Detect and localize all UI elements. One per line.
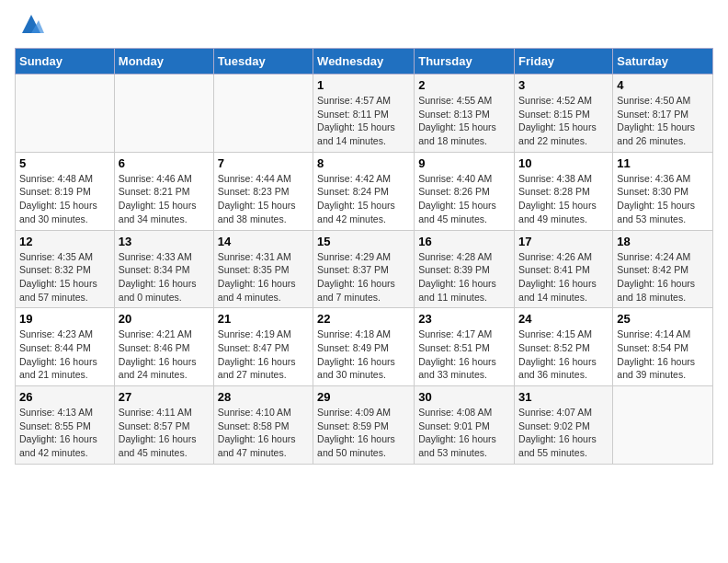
daylight-text: Daylight: 15 hours and 42 minutes. (317, 200, 395, 224)
day-number: 25 (617, 312, 709, 326)
day-number: 9 (418, 156, 510, 170)
daylight-text: Daylight: 16 hours and 39 minutes. (617, 356, 695, 381)
sunset-text: Sunset: 8:59 PM (317, 420, 389, 431)
calendar-week-row: 5Sunrise: 4:48 AMSunset: 8:19 PMDaylight… (16, 152, 713, 230)
sunset-text: Sunset: 8:34 PM (119, 264, 190, 275)
daylight-text: Daylight: 16 hours and 7 minutes. (317, 278, 395, 303)
sunset-text: Sunset: 8:41 PM (518, 264, 590, 275)
sunrise-text: Sunrise: 4:29 AM (317, 251, 391, 262)
day-number: 11 (617, 156, 709, 170)
sunrise-text: Sunrise: 4:44 AM (218, 173, 291, 184)
sunset-text: Sunset: 8:44 PM (19, 342, 91, 353)
day-number: 20 (119, 312, 210, 326)
daylight-text: Daylight: 15 hours and 22 minutes. (518, 121, 597, 146)
sunrise-text: Sunrise: 4:17 AM (418, 328, 492, 339)
daylight-text: Daylight: 16 hours and 33 minutes. (418, 356, 496, 381)
calendar-cell: 23Sunrise: 4:17 AMSunset: 8:51 PMDayligh… (415, 308, 515, 386)
daylight-text: Daylight: 16 hours and 55 minutes. (518, 433, 597, 458)
day-number: 31 (518, 390, 609, 404)
sunrise-text: Sunrise: 4:08 AM (418, 407, 492, 418)
day-info: Sunrise: 4:50 AMSunset: 8:17 PMDaylight:… (617, 94, 709, 148)
sunrise-text: Sunrise: 4:09 AM (317, 407, 391, 418)
daylight-text: Daylight: 15 hours and 57 minutes. (19, 278, 97, 303)
sunset-text: Sunset: 8:13 PM (418, 109, 490, 120)
day-number: 7 (218, 156, 309, 170)
calendar-cell (16, 75, 115, 153)
calendar-week-row: 19Sunrise: 4:23 AMSunset: 8:44 PMDayligh… (16, 308, 713, 386)
calendar-cell: 22Sunrise: 4:18 AMSunset: 8:49 PMDayligh… (313, 308, 415, 386)
day-number: 26 (19, 390, 110, 404)
calendar-cell: 31Sunrise: 4:07 AMSunset: 9:02 PMDayligh… (515, 386, 613, 465)
daylight-text: Daylight: 16 hours and 18 minutes. (617, 278, 695, 303)
daylight-text: Daylight: 15 hours and 38 minutes. (218, 200, 296, 224)
sunset-text: Sunset: 8:30 PM (617, 186, 688, 197)
day-info: Sunrise: 4:46 AMSunset: 8:21 PMDaylight:… (119, 172, 210, 226)
sunrise-text: Sunrise: 4:18 AM (317, 328, 391, 339)
calendar-cell: 13Sunrise: 4:33 AMSunset: 8:34 PMDayligh… (114, 230, 213, 308)
calendar-cell: 10Sunrise: 4:38 AMSunset: 8:28 PMDayligh… (515, 152, 613, 230)
day-number: 24 (518, 312, 609, 326)
daylight-text: Daylight: 16 hours and 47 minutes. (218, 433, 296, 458)
day-info: Sunrise: 4:42 AMSunset: 8:24 PMDaylight:… (317, 172, 410, 226)
sunset-text: Sunset: 8:42 PM (617, 264, 688, 275)
day-info: Sunrise: 4:08 AMSunset: 9:01 PMDaylight:… (418, 406, 510, 460)
sunset-text: Sunset: 8:23 PM (218, 186, 290, 197)
sunset-text: Sunset: 8:15 PM (518, 109, 590, 120)
sunrise-text: Sunrise: 4:13 AM (19, 407, 93, 418)
day-info: Sunrise: 4:15 AMSunset: 8:52 PMDaylight:… (518, 327, 609, 382)
sunrise-text: Sunrise: 4:10 AM (218, 407, 291, 418)
day-number: 12 (19, 235, 110, 248)
day-info: Sunrise: 4:18 AMSunset: 8:49 PMDaylight:… (317, 327, 410, 382)
col-header-thursday: Thursday (415, 49, 515, 75)
sunrise-text: Sunrise: 4:35 AM (19, 251, 93, 262)
day-number: 23 (418, 312, 510, 326)
sunrise-text: Sunrise: 4:31 AM (218, 251, 291, 262)
daylight-text: Daylight: 16 hours and 42 minutes. (19, 433, 97, 458)
calendar-cell: 9Sunrise: 4:40 AMSunset: 8:26 PMDaylight… (415, 152, 515, 230)
daylight-text: Daylight: 16 hours and 45 minutes. (119, 433, 197, 458)
sunset-text: Sunset: 8:19 PM (19, 186, 91, 197)
day-info: Sunrise: 4:24 AMSunset: 8:42 PMDaylight:… (617, 250, 709, 304)
sunset-text: Sunset: 8:47 PM (218, 342, 290, 353)
day-info: Sunrise: 4:09 AMSunset: 8:59 PMDaylight:… (317, 406, 410, 460)
sunset-text: Sunset: 8:11 PM (317, 109, 389, 120)
daylight-text: Daylight: 15 hours and 18 minutes. (418, 121, 496, 146)
page-header (15, 15, 713, 37)
daylight-text: Daylight: 16 hours and 30 minutes. (317, 356, 395, 381)
day-number: 27 (119, 390, 210, 404)
day-number: 13 (119, 235, 210, 248)
daylight-text: Daylight: 15 hours and 45 minutes. (418, 200, 496, 224)
sunset-text: Sunset: 9:01 PM (418, 420, 490, 431)
calendar-week-row: 26Sunrise: 4:13 AMSunset: 8:55 PMDayligh… (16, 386, 713, 465)
sunset-text: Sunset: 9:02 PM (518, 420, 590, 431)
sunset-text: Sunset: 8:58 PM (218, 420, 290, 431)
calendar-cell: 24Sunrise: 4:15 AMSunset: 8:52 PMDayligh… (515, 308, 613, 386)
calendar-cell: 12Sunrise: 4:35 AMSunset: 8:32 PMDayligh… (16, 230, 115, 308)
calendar-week-row: 1Sunrise: 4:57 AMSunset: 8:11 PMDaylight… (16, 75, 713, 153)
daylight-text: Daylight: 15 hours and 53 minutes. (617, 200, 695, 224)
day-number: 19 (19, 312, 110, 326)
day-info: Sunrise: 4:33 AMSunset: 8:34 PMDaylight:… (119, 250, 210, 304)
day-number: 3 (518, 78, 609, 92)
sunset-text: Sunset: 8:57 PM (119, 420, 190, 431)
day-number: 8 (317, 156, 410, 170)
calendar-cell: 11Sunrise: 4:36 AMSunset: 8:30 PMDayligh… (613, 152, 713, 230)
sunrise-text: Sunrise: 4:26 AM (518, 251, 592, 262)
calendar-cell: 7Sunrise: 4:44 AMSunset: 8:23 PMDaylight… (213, 152, 313, 230)
daylight-text: Daylight: 16 hours and 53 minutes. (418, 433, 496, 458)
sunset-text: Sunset: 8:49 PM (317, 342, 389, 353)
sunset-text: Sunset: 8:51 PM (418, 342, 490, 353)
sunset-text: Sunset: 8:24 PM (317, 186, 389, 197)
daylight-text: Daylight: 16 hours and 14 minutes. (518, 278, 597, 303)
sunrise-text: Sunrise: 4:55 AM (418, 95, 492, 106)
day-info: Sunrise: 4:38 AMSunset: 8:28 PMDaylight:… (518, 172, 609, 226)
sunrise-text: Sunrise: 4:21 AM (119, 328, 192, 339)
day-info: Sunrise: 4:40 AMSunset: 8:26 PMDaylight:… (418, 172, 510, 226)
day-number: 30 (418, 390, 510, 404)
day-number: 28 (218, 390, 309, 404)
sunrise-text: Sunrise: 4:28 AM (418, 251, 492, 262)
day-number: 18 (617, 235, 709, 248)
day-info: Sunrise: 4:21 AMSunset: 8:46 PMDaylight:… (119, 327, 210, 382)
sunrise-text: Sunrise: 4:33 AM (119, 251, 192, 262)
sunrise-text: Sunrise: 4:40 AM (418, 173, 492, 184)
